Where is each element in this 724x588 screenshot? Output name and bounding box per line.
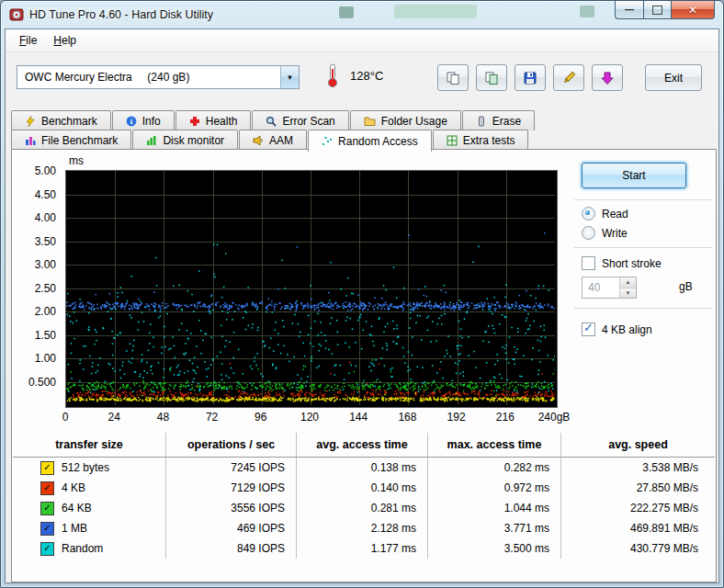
copy-button[interactable]: [437, 64, 469, 91]
tab-folder-usage[interactable]: Folder Usage: [350, 110, 461, 130]
header-operations: operations / sec: [166, 433, 297, 457]
max-access-value: 3.771 ms: [428, 518, 561, 538]
plot-frame: [65, 170, 558, 408]
series-checkbox[interactable]: ✓: [40, 461, 54, 475]
short-stroke-size-value[interactable]: 40: [583, 277, 619, 298]
short-stroke-label: Short stroke: [602, 257, 662, 270]
tab-erase[interactable]: Erase: [462, 110, 535, 130]
tab-file-benchmark[interactable]: File Benchmark: [11, 130, 131, 150]
folder-icon: [364, 116, 376, 127]
eraser-icon: [476, 116, 487, 127]
tab-aam[interactable]: AAM: [239, 130, 307, 150]
app-window: HD Tune Pro 4.60 - Hard Disk Utility — ✕…: [0, 0, 724, 588]
start-button[interactable]: Start: [582, 163, 686, 188]
exit-button[interactable]: Exit: [645, 64, 702, 91]
tab-strip: Benchmark i Info Health Error Scan Folde…: [11, 110, 713, 149]
separator: [574, 308, 712, 310]
thermometer-icon: [326, 62, 339, 88]
max-access-value: 0.282 ms: [428, 458, 561, 478]
temperature-value: 128°C: [350, 69, 383, 83]
save-button[interactable]: [515, 64, 546, 91]
avg-access-value: 0.281 ms: [297, 498, 428, 518]
save-icon: [523, 71, 537, 85]
4kb-align-checkbox[interactable]: [582, 322, 595, 336]
maximize-button[interactable]: [643, 1, 671, 19]
random-access-icon: [322, 136, 333, 147]
x-tick-label: 144: [337, 411, 379, 424]
write-label: Write: [602, 227, 628, 240]
series-checkbox[interactable]: ✓: [40, 502, 54, 515]
table-row: ✓ Random 849 IOPS 1.177 ms 3.500 ms 430.…: [13, 538, 715, 559]
y-tick-label: 5.00: [12, 164, 56, 177]
short-stroke-size-stepper[interactable]: 40 ▲ ▼: [582, 277, 637, 299]
write-radio[interactable]: [582, 226, 595, 240]
y-tick-label: 2.00: [12, 305, 56, 318]
x-tick-label: 24: [93, 411, 135, 424]
transfer-size-label: Random: [62, 542, 103, 555]
avg-speed-value: 469.891 MB/s: [561, 518, 715, 538]
spin-down-icon[interactable]: ▼: [620, 288, 636, 299]
table-row: ✓ 64 KB 3556 IOPS 0.281 ms 1.044 ms 222.…: [13, 498, 715, 518]
series-checkbox[interactable]: ✓: [40, 481, 54, 495]
avg-speed-value: 430.779 MB/s: [561, 538, 715, 559]
x-tick-label: 216: [484, 411, 526, 424]
benchmark-plot: [66, 171, 555, 405]
series-checkbox[interactable]: ✓: [40, 542, 54, 556]
iops-value: 7129 IOPS: [166, 478, 297, 498]
file-benchmark-icon: [25, 135, 36, 146]
tab-benchmark[interactable]: Benchmark: [11, 110, 111, 130]
titlebar[interactable]: HD Tune Pro 4.60 - Hard Disk Utility — ✕: [1, 1, 723, 28]
separator: [574, 199, 712, 201]
capture-button[interactable]: [592, 64, 623, 91]
menu-help[interactable]: Help: [45, 31, 85, 50]
spin-up-icon[interactable]: ▲: [620, 277, 636, 288]
header-avg-access: avg. access time: [297, 433, 428, 457]
tab-extra-tests[interactable]: Extra tests: [433, 130, 529, 150]
iops-value: 469 IOPS: [166, 518, 297, 538]
transfer-size-label: 512 bytes: [62, 461, 109, 474]
minimize-button[interactable]: —: [615, 1, 643, 19]
extra-tests-icon: [447, 135, 458, 146]
read-radio-row: Read: [582, 207, 628, 220]
copy-image-icon: [484, 71, 499, 85]
x-axis-labels: 024487296120144168192216240gB: [65, 411, 566, 424]
window-controls: — ✕: [615, 1, 715, 19]
maximize-icon: [652, 6, 662, 15]
tab-row-1: Benchmark i Info Health Error Scan Folde…: [11, 110, 536, 130]
close-button[interactable]: ✕: [671, 1, 715, 19]
short-stroke-checkbox[interactable]: [582, 256, 595, 270]
avg-access-value: 0.138 ms: [297, 458, 428, 478]
series-checkbox[interactable]: ✓: [40, 522, 54, 536]
header-transfer-size: transfer size: [13, 433, 166, 457]
tab-disk-monitor[interactable]: Disk monitor: [132, 130, 238, 150]
app-icon: [9, 7, 24, 22]
chevron-down-icon[interactable]: ▼: [280, 66, 299, 88]
health-cross-icon: [189, 116, 200, 127]
results-table: transfer size operations / sec avg. acce…: [13, 433, 715, 559]
y-axis-unit-label: ms: [69, 154, 84, 167]
drive-select-dropdown[interactable]: OWC Mercury Electra (240 gB) ▼: [17, 65, 300, 89]
pencil-icon: [561, 71, 576, 85]
y-tick-label: 3.00: [12, 258, 56, 271]
menu-file[interactable]: File: [11, 31, 45, 50]
align-row: 4 KB align: [582, 322, 652, 336]
read-label: Read: [602, 208, 628, 220]
y-tick-label: 4.00: [12, 211, 56, 224]
read-radio[interactable]: [582, 207, 595, 220]
options-button[interactable]: [553, 64, 584, 91]
copy-image-button[interactable]: [476, 64, 507, 91]
x-tick-label: 168: [386, 411, 428, 424]
tab-error-scan[interactable]: Error Scan: [252, 110, 348, 130]
random-access-panel: ms 5.004.504.003.503.002.502.001.501.000…: [11, 149, 717, 582]
disk-monitor-icon: [146, 135, 157, 146]
toolbar-buttons: [437, 64, 623, 91]
avg-access-value: 0.140 ms: [297, 478, 428, 498]
gb-unit-label: gB: [679, 280, 693, 293]
tab-info[interactable]: i Info: [112, 110, 175, 130]
window-title: HD Tune Pro 4.60 - Hard Disk Utility: [29, 8, 213, 21]
client-area: File Help OWC Mercury Electra (240 gB) ▼…: [5, 28, 719, 583]
tab-random-access[interactable]: Random Access: [308, 130, 432, 152]
tab-health[interactable]: Health: [175, 110, 252, 130]
transfer-size-label: 4 KB: [62, 481, 85, 494]
transfer-size-label: 1 MB: [62, 522, 87, 535]
